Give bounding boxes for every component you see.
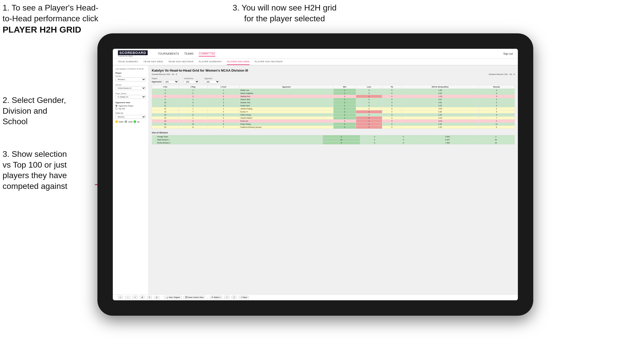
nav-committee[interactable]: COMMITTEE <box>199 51 215 56</box>
subnav-team-h2h-heatmap[interactable]: TEAM H2H HEATMAP <box>168 59 194 65</box>
ood-cell-rounds: 2 <box>477 135 515 138</box>
cell-tie: 0 <box>382 123 402 126</box>
cell-win: 0 <box>334 95 356 98</box>
grid-area: Katelyn Vo Head-to-Head Grid for Women's… <box>149 65 518 294</box>
cell-win: 4 <box>334 123 356 126</box>
toolbar-refresh[interactable]: ↺ <box>147 296 152 299</box>
ood-cell-win: 15 <box>323 138 360 141</box>
cell-diff: 0.30 <box>402 123 478 126</box>
cell-reg: 1 <box>178 117 207 120</box>
cell-rounds: 6 <box>478 126 515 129</box>
toolbar-timer[interactable]: ⏱ <box>154 296 159 299</box>
gender-select[interactable]: Women's <box>115 78 146 81</box>
toolbar-undo[interactable]: ↩ <box>118 296 123 299</box>
col-opponent: Opponent <box>239 85 333 89</box>
cell-diff: 4.00 <box>402 92 478 95</box>
cell-rounds: 4 <box>478 101 515 104</box>
nav-links: TOURNAMENTS TEAMS COMMITTEE <box>158 51 215 56</box>
col-loss: Loss <box>356 85 382 89</box>
subnav-player-h2h-grid[interactable]: PLAYER H2H GRID <box>227 59 249 65</box>
player-rank-select[interactable]: 8. Katelyn Vo <box>115 95 146 99</box>
cell-tie: 0 <box>382 89 402 92</box>
table-row: 5 2 2 Alexis Sudjianto 1 0 0 4.00 3 <box>152 92 515 95</box>
cell-conf: 5 <box>207 113 239 117</box>
nav-teams[interactable]: TEAMS <box>184 51 194 56</box>
legend-down-dot <box>115 120 118 123</box>
cell-div: 13 <box>152 107 179 110</box>
toolbar-share[interactable]: ↗ Share <box>239 296 249 299</box>
colour-by-select[interactable]: Win/loss <box>115 115 146 119</box>
cell-reg: 10 <box>178 123 207 126</box>
subnav-team-h2h-grid[interactable]: TEAM H2H GRID <box>143 59 163 65</box>
division-select[interactable]: NCAA Division III <box>115 86 146 90</box>
logo-text: SCOREBOARD <box>118 50 148 55</box>
cell-win: 1 <box>334 104 356 107</box>
colour-by-label: Colour by <box>115 112 146 114</box>
toolbar-hex[interactable]: ⬡ <box>232 296 237 299</box>
ood-table-row: NCAA Division 2 5 0 0 7.400 10 <box>152 141 515 144</box>
cell-loss: 0 <box>356 104 382 107</box>
ood-cell-tie: 0 <box>389 141 418 144</box>
cell-tie: 0 <box>382 117 402 120</box>
nav-tournaments[interactable]: TOURNAMENTS <box>158 51 179 56</box>
player-label: Player <box>115 72 146 74</box>
opponent-filter: Opponent (All) <box>204 78 220 83</box>
sign-out[interactable]: Sign out <box>503 52 513 55</box>
legend-down-label: Down <box>119 121 124 123</box>
instruction-top-right-text: 3. You will now see H2H gridfor the play… <box>233 3 337 23</box>
cell-loss: 1 <box>356 126 382 129</box>
radio-opponents-played[interactable]: Opponents Played <box>115 105 146 107</box>
opponent-view-section: Opponent view Opponents Played Top 100 <box>115 101 146 110</box>
subnav-team-summary[interactable]: TEAM SUMMARY <box>118 59 138 65</box>
ipad-screen: SCOREBOARD Powered by clippd TOURNAMENTS… <box>113 49 518 300</box>
cell-opponent: Jessica Huang <box>239 107 333 110</box>
toolbar-back[interactable]: ← <box>125 296 130 299</box>
cell-win: 1 <box>334 92 356 95</box>
opponent-select[interactable]: (All) <box>204 80 220 83</box>
col-reg: # Reg <box>178 85 207 89</box>
cell-loss: 1 <box>356 123 382 126</box>
cell-tie: 0 <box>382 98 402 101</box>
cell-win: 1 <box>334 107 356 110</box>
main-content: Last Updated: 27/03/2024 16:55:38 Player… <box>113 65 518 294</box>
toolbar-view-original[interactable]: 📊 View: Original <box>164 296 182 299</box>
cell-opponent: Jessica Mason <box>239 117 333 120</box>
cell-diff: -0.94 <box>402 117 478 120</box>
ood-cell-win: 5 <box>323 141 360 144</box>
cell-div: 9 <box>152 98 179 101</box>
toolbar-grid[interactable]: ⊞ <box>140 296 145 299</box>
instruction-bottom-left: 3. Show selection vs Top 100 or just pla… <box>3 149 95 191</box>
table-row: 15 8 5 Stella Cheng 1 0 0 1.25 4 <box>152 113 515 117</box>
region-select[interactable]: (All) <box>163 80 179 83</box>
legend-up-label: Up <box>137 121 139 123</box>
radio-top100[interactable]: Top 100 <box>115 108 146 110</box>
toolbar-save-custom[interactable]: 💾 Save Custom View <box>184 296 205 299</box>
cell-loss: 0 <box>356 98 382 101</box>
cell-conf: 1 <box>207 107 239 110</box>
cell-div: 16 <box>152 117 179 120</box>
cell-reg: 11 <box>178 126 207 129</box>
cell-reg: 1 <box>178 107 207 110</box>
cell-win: 1 <box>334 98 356 101</box>
cell-diff: 1.25 <box>402 113 478 117</box>
cell-reg: 8 <box>178 113 207 117</box>
toolbar-watch[interactable]: 👁 Watch ▾ <box>210 296 222 299</box>
colour-by-section: Colour by Win/loss <box>115 112 146 119</box>
cell-loss: 0 <box>356 107 382 110</box>
subnav-player-h2h-heatmap[interactable]: PLAYER H2H HEATMAP <box>255 59 283 65</box>
radio-dot-opponents <box>115 105 117 107</box>
cell-reg: 1 <box>178 98 207 101</box>
cell-conf: 1 <box>207 89 239 92</box>
cell-diff: -3.00 <box>402 107 478 110</box>
cell-tie: 0 <box>382 113 402 117</box>
conference-select[interactable]: (All) <box>184 80 199 83</box>
toolbar-export[interactable]: ↗ <box>224 296 229 299</box>
cell-conf: 3 <box>207 95 239 98</box>
cell-rounds: 9 <box>478 110 515 113</box>
region-filter: Region Opponents: (All) <box>152 78 179 83</box>
cell-rounds: 3 <box>478 104 515 107</box>
subnav-player-summary[interactable]: PLAYER SUMMARY <box>199 59 222 65</box>
toolbar-redo[interactable]: ↪ <box>133 296 138 299</box>
opponent-filter-label: Opponent <box>204 78 220 79</box>
cell-win: 2 <box>334 110 356 113</box>
